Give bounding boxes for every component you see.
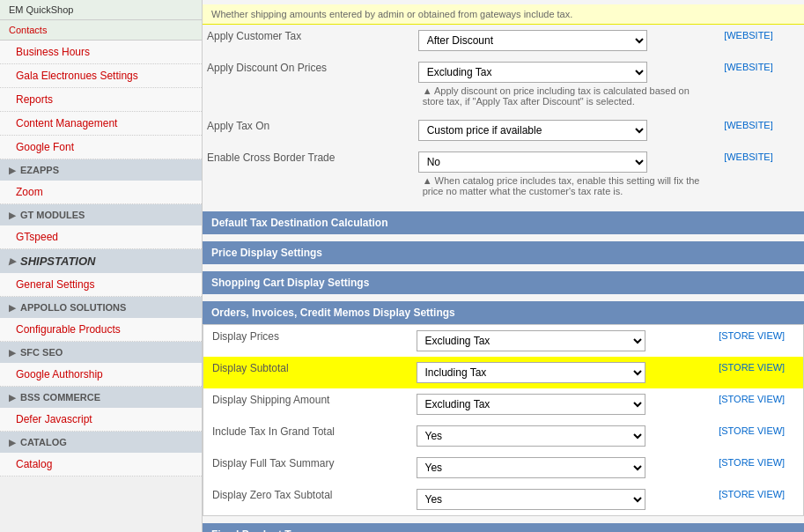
display-prices-select[interactable]: Excluding Tax Including Tax Including an… — [417, 330, 645, 351]
apply-discount-scope[interactable]: [WEBSITE] — [724, 62, 773, 72]
sidebar: EM QuickShop Contacts Business Hours Gal… — [0, 0, 203, 532]
apply-customer-tax-scope[interactable]: [WEBSITE] — [724, 30, 773, 41]
apply-discount-info: ▲ Apply discount on price including tax … — [418, 83, 715, 109]
cross-border-select[interactable]: No Yes — [418, 151, 647, 173]
display-zero-tax-label: Display Zero Tax Subtotal — [212, 489, 333, 501]
sidebar-item-general-settings[interactable]: General Settings — [0, 273, 202, 297]
info-icon: ▲ — [423, 85, 432, 96]
display-subtotal-select[interactable]: Including Tax Excluding Tax Including an… — [417, 362, 645, 383]
apply-discount-label: Apply Discount On Prices — [207, 62, 327, 74]
arrow-icon-bss: ▶ — [9, 393, 16, 403]
display-subtotal-label: Display Subtotal — [212, 362, 289, 374]
sidebar-item-catalog[interactable]: Catalog — [0, 453, 202, 477]
sidebar-section-bss[interactable]: ▶ BSS COMMERCE — [0, 387, 202, 408]
sidebar-section-appollo[interactable]: ▶ APPOLLO SOLUTIONS — [0, 297, 202, 318]
sidebar-item-gtspeed[interactable]: GTspeed — [0, 225, 202, 249]
top-notice-text: Whether shipping amounts entered by admi… — [211, 9, 572, 19]
table-row: Display Zero Tax Subtotal Yes No [STORE … — [203, 484, 804, 516]
sidebar-item-zoom[interactable]: Zoom — [0, 181, 202, 204]
display-zero-tax-select[interactable]: Yes No — [417, 489, 645, 510]
sidebar-item-em-quickshop[interactable]: EM QuickShop — [9, 4, 73, 15]
table-row: Display Shipping Amount Excluding Tax In… — [203, 388, 804, 420]
orders-settings-table: Display Prices Excluding Tax Including T… — [203, 324, 804, 516]
cross-border-info: ▲ When catalog price includes tax, enabl… — [418, 173, 715, 199]
sidebar-item-contacts[interactable]: Contacts — [9, 25, 47, 35]
display-prices-scope[interactable]: [STORE VIEW] — [719, 330, 785, 341]
table-row: Apply Tax On Custom price if available O… — [203, 115, 804, 146]
sidebar-item-gala-settings[interactable]: Gala Electronues Settings — [0, 64, 202, 88]
display-subtotal-scope[interactable]: [STORE VIEW] — [719, 362, 785, 373]
sidebar-item-reports[interactable]: Reports — [0, 88, 202, 112]
sidebar-section-gt-modules[interactable]: ▶ GT MODULES — [0, 204, 202, 225]
sidebar-item-google-font[interactable]: Google Font — [0, 136, 202, 159]
sidebar-top-em[interactable]: EM QuickShop — [0, 0, 202, 20]
sidebar-section-catalog[interactable]: ▶ CATALOG — [0, 432, 202, 453]
sidebar-section-ezapps[interactable]: ▶ EZAPPS — [0, 159, 202, 181]
table-row: Apply Customer Tax After Discount Before… — [203, 25, 804, 56]
sidebar-item-configurable-products[interactable]: Configurable Products — [0, 318, 202, 342]
sidebar-item-defer-javascript[interactable]: Defer Javascript — [0, 408, 202, 432]
section-fixed-product-taxes[interactable]: Fixed Product Taxes — [203, 523, 804, 532]
section-orders-display[interactable]: Orders, Invoices, Credit Memos Display S… — [203, 301, 804, 324]
sidebar-section-sfc-seo[interactable]: ▶ SFC SEO — [0, 342, 202, 363]
cross-border-scope[interactable]: [WEBSITE] — [724, 151, 773, 162]
include-tax-grand-select[interactable]: Yes No — [417, 425, 645, 447]
apply-tax-on-scope[interactable]: [WEBSITE] — [724, 120, 773, 130]
table-row: Enable Cross Border Trade No Yes ▲ When … — [203, 146, 804, 204]
apply-tax-on-select[interactable]: Custom price if available Original price… — [418, 120, 647, 141]
arrow-icon-appollo: ▶ — [9, 303, 16, 313]
sidebar-top-contacts[interactable]: Contacts — [0, 20, 202, 41]
cross-border-label: Enable Cross Border Trade — [207, 151, 335, 164]
display-shipping-scope[interactable]: [STORE VIEW] — [719, 394, 785, 404]
display-shipping-label: Display Shipping Amount — [212, 394, 329, 406]
display-prices-label: Display Prices — [212, 330, 279, 343]
arrow-icon-gt: ▶ — [9, 211, 16, 220]
apply-customer-tax-label: Apply Customer Tax — [207, 30, 301, 42]
main-content: Whether shipping amounts entered by admi… — [203, 0, 804, 532]
info-icon2: ▲ — [423, 175, 432, 186]
display-full-tax-select[interactable]: Yes No — [417, 457, 645, 478]
apply-tax-on-label: Apply Tax On — [207, 120, 269, 132]
sidebar-section-shipstation[interactable]: ▶ ShipStation — [0, 249, 202, 273]
arrow-icon: ▶ — [9, 166, 16, 175]
table-row: Display Subtotal Including Tax Excluding… — [203, 357, 804, 388]
settings-table: Apply Customer Tax After Discount Before… — [203, 25, 804, 204]
table-row: Display Full Tax Summary Yes No [STORE V… — [203, 452, 804, 484]
arrow-icon-catalog: ▶ — [9, 438, 16, 447]
top-notice: Whether shipping amounts entered by admi… — [203, 4, 804, 25]
sidebar-item-content-management[interactable]: Content Management — [0, 112, 202, 136]
sidebar-item-google-authorship[interactable]: Google Authorship — [0, 363, 202, 387]
display-full-tax-scope[interactable]: [STORE VIEW] — [719, 457, 785, 468]
include-tax-grand-scope[interactable]: [STORE VIEW] — [719, 425, 785, 436]
display-full-tax-label: Display Full Tax Summary — [212, 457, 334, 469]
table-row: Display Prices Excluding Tax Including T… — [203, 325, 804, 358]
apply-discount-select[interactable]: Excluding Tax Including Tax Including an… — [418, 62, 647, 83]
display-shipping-select[interactable]: Excluding Tax Including Tax Including an… — [417, 394, 645, 415]
section-shopping-cart-display[interactable]: Shopping Cart Display Settings — [203, 271, 804, 294]
section-price-display[interactable]: Price Display Settings — [203, 241, 804, 264]
table-row: Apply Discount On Prices Excluding Tax I… — [203, 56, 804, 115]
table-row: Include Tax In Grand Total Yes No [STORE… — [203, 420, 804, 452]
sidebar-item-business-hours[interactable]: Business Hours — [0, 41, 202, 64]
display-zero-tax-scope[interactable]: [STORE VIEW] — [719, 489, 785, 499]
arrow-icon-sfc: ▶ — [9, 348, 16, 358]
include-tax-grand-label: Include Tax In Grand Total — [212, 425, 335, 438]
section-default-tax-dest[interactable]: Default Tax Destination Calculation — [203, 211, 804, 234]
arrow-icon-ship: ▶ — [9, 256, 16, 266]
apply-customer-tax-select[interactable]: After Discount Before Discount — [418, 30, 647, 51]
